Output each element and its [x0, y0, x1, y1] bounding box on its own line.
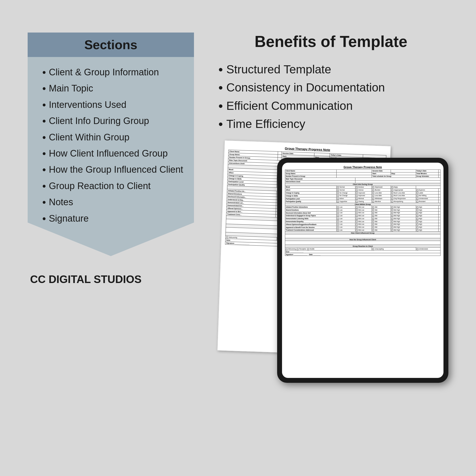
sections-title: Sections [85, 38, 137, 52]
list-item: Interventions Used [42, 97, 184, 113]
list-item: Notes [42, 194, 184, 210]
list-item: Main Topic [42, 81, 184, 97]
benefits-title: Benefits of Template [214, 33, 448, 51]
sections-box: Sections Client & Group Information Main… [28, 33, 194, 256]
list-item: Client Info During Group [42, 113, 184, 129]
brand-name: CC DIGITAL STUDIOS [28, 273, 199, 286]
benefit-item: Time Efficiency [219, 115, 443, 133]
left-panel: Sections Client & Group Information Main… [28, 33, 199, 286]
list-item: Signature [42, 211, 184, 227]
docs-area: Group Therapy Progress Note Client Name:… [214, 143, 448, 383]
sections-list: Client & Group Information Main Topic In… [28, 64, 194, 237]
tablet-device: Group Therapy Progress Note Client Name:… [277, 158, 448, 383]
tablet-doc-table: Client Name: Session Date: Today's Date:… [285, 170, 441, 256]
main-container: Sections Client & Group Information Main… [18, 18, 458, 458]
benefits-list: Structured Template Consistency in Docum… [214, 60, 448, 133]
sections-header-bar: Sections [28, 33, 194, 57]
list-item: Client & Group Information [42, 64, 184, 81]
tablet-doc-title: Group Therapy Progress Note [285, 166, 441, 169]
tablet-screen: Group Therapy Progress Note Client Name:… [282, 163, 443, 378]
benefit-item: Consistency in Documentation [219, 79, 443, 97]
right-panel: Benefits of Template Structured Template… [214, 33, 448, 383]
benefit-item: Efficient Communication [219, 97, 443, 115]
benefit-item: Structured Template [219, 60, 443, 79]
list-item: Group Reaction to Client [42, 178, 184, 194]
list-item: Client Within Group [42, 129, 184, 146]
list-item: How Client Influenced Group [42, 146, 184, 162]
list-item: How the Group Influenced Client [42, 162, 184, 178]
